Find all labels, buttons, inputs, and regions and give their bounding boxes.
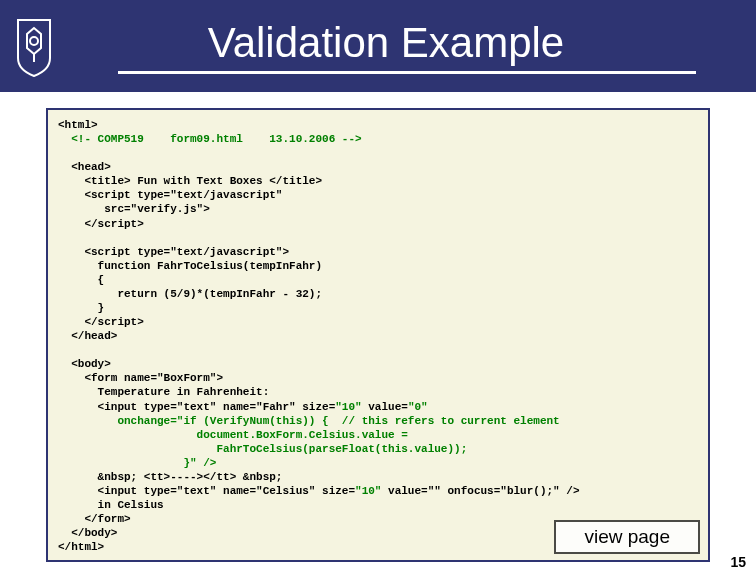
code-attr: "10" (335, 401, 361, 413)
code-line: &nbsp; <tt>----></tt> &nbsp; (58, 471, 282, 483)
code-line: </form> (58, 513, 131, 525)
code-line: </script> (58, 316, 144, 328)
view-page-button[interactable]: view page (554, 520, 700, 554)
page-number: 15 (730, 554, 746, 570)
code-line: <script type="text/javascript" (58, 189, 282, 201)
code-line: <body> (58, 358, 111, 370)
slide-header: Validation Example (0, 0, 756, 92)
code-line: Temperature in Fahrenheit: (58, 386, 269, 398)
code-handler: onchange="if (VerifyNum(this)) { // this… (58, 415, 560, 427)
code-line: </body> (58, 527, 117, 539)
code-handler: }" /> (58, 457, 216, 469)
code-line: </html> (58, 541, 104, 553)
code-line: <script type="text/javascript"> (58, 246, 289, 258)
slide-content: <html> <!- COMP519 form09.html 13.10.200… (0, 92, 756, 562)
code-line: in Celsius (58, 499, 164, 511)
code-line: src="verify.js"> (58, 203, 210, 215)
university-crest-icon (12, 14, 56, 78)
svg-point-0 (30, 37, 38, 45)
code-comment: <!- COMP519 form09.html 13.10.2006 --> (58, 133, 362, 145)
code-attr: "0" (408, 401, 428, 413)
code-line: return (5/9)*(tempInFahr - 32); (58, 288, 322, 300)
slide-title: Validation Example (56, 19, 716, 67)
code-line: value="" onfocus="blur();" /> (381, 485, 579, 497)
title-underline (118, 71, 696, 74)
code-line: </head> (58, 330, 117, 342)
code-line: { (58, 274, 104, 286)
code-line: <title> Fun with Text Boxes </title> (58, 175, 322, 187)
code-line: </script> (58, 218, 144, 230)
code-attr: "10" (355, 485, 381, 497)
code-line: <form name="BoxForm"> (58, 372, 223, 384)
code-example-box: <html> <!- COMP519 form09.html 13.10.200… (46, 108, 710, 562)
code-line: <input type="text" name="Fahr" size= (58, 401, 335, 413)
code-line: <html> (58, 119, 98, 131)
code-line: } (58, 302, 104, 314)
code-line: value= (362, 401, 408, 413)
code-line: function FahrToCelsius(tempInFahr) (58, 260, 322, 272)
code-handler: FahrToCelsius(parseFloat(this.value)); (58, 443, 467, 455)
code-handler: document.BoxForm.Celsius.value = (58, 429, 408, 441)
code-line: <input type="text" name="Celsius" size= (58, 485, 355, 497)
code-line: <head> (58, 161, 111, 173)
